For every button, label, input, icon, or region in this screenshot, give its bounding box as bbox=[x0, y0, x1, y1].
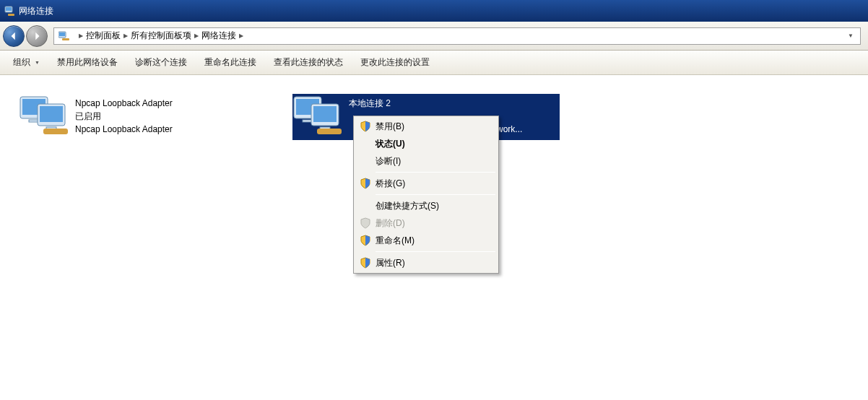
menu-label: 属性(R) bbox=[376, 257, 405, 269]
toolbar-label: 查看此连接的状态 bbox=[274, 56, 343, 69]
address-dropdown[interactable]: ▼ bbox=[844, 32, 857, 39]
command-bar: 组织 ▼ 禁用此网络设备 诊断这个连接 重命名此连接 查看此连接的状态 更改此连… bbox=[0, 51, 868, 75]
svg-rect-19 bbox=[317, 129, 342, 134]
svg-rect-10 bbox=[40, 106, 63, 122]
menu-label: 诊断(I) bbox=[376, 155, 401, 168]
svg-rect-17 bbox=[313, 106, 337, 122]
chevron-right-icon: ▶ bbox=[194, 32, 199, 39]
menu-separator bbox=[376, 172, 495, 173]
ctx-delete: 删除(D) bbox=[355, 214, 497, 232]
chevron-right-icon: ▶ bbox=[239, 32, 243, 39]
shield-icon bbox=[360, 257, 371, 269]
breadcrumb-arrow[interactable]: ▶ bbox=[74, 28, 84, 44]
ctx-rename[interactable]: 重命名(M) bbox=[355, 232, 497, 249]
svg-rect-12 bbox=[43, 129, 68, 134]
svg-rect-2 bbox=[8, 14, 14, 16]
content-pane[interactable]: Npcap Loopback Adapter 已启用 Npcap Loopbac… bbox=[0, 75, 868, 400]
breadcrumb-label: 控制面板 bbox=[86, 30, 121, 42]
connection-state: 已启用 bbox=[75, 110, 173, 123]
forward-button[interactable] bbox=[26, 25, 48, 47]
chevron-right-icon: ▶ bbox=[123, 32, 128, 39]
breadcrumb-all-items[interactable]: 所有控制面板项 ▶ bbox=[129, 28, 200, 44]
shield-icon bbox=[360, 235, 371, 246]
shield-icon bbox=[360, 121, 371, 132]
menu-label: 桥接(G) bbox=[376, 178, 405, 190]
diagnose-button[interactable]: 诊断这个连接 bbox=[128, 54, 194, 71]
navigation-bar: ▶ 控制面板 ▶ 所有控制面板项 ▶ 网络连接 ▶ ▼ bbox=[0, 22, 868, 51]
ctx-diagnose[interactable]: 诊断(I) bbox=[355, 152, 497, 170]
ctx-shortcut[interactable]: 创建快捷方式(S) bbox=[355, 197, 497, 214]
toolbar-label: 更改此连接的设置 bbox=[360, 56, 430, 69]
toolbar-label: 重命名此连接 bbox=[204, 56, 256, 69]
ctx-bridge[interactable]: 桥接(G) bbox=[355, 175, 497, 192]
toolbar-label: 诊断这个连接 bbox=[135, 56, 187, 69]
menu-separator bbox=[376, 194, 495, 195]
window-title: 网络连接 bbox=[19, 5, 53, 17]
menu-label: 状态(U) bbox=[376, 138, 405, 150]
toolbar-label: 禁用此网络设备 bbox=[57, 56, 118, 69]
breadcrumb-label: 所有控制面板项 bbox=[131, 30, 191, 42]
network-adapter-icon bbox=[19, 95, 71, 136]
menu-label: 重命名(M) bbox=[376, 235, 415, 247]
breadcrumb-network-connections[interactable]: 网络连接 ▶ bbox=[200, 28, 245, 44]
svg-rect-1 bbox=[6, 7, 12, 11]
change-settings-button[interactable]: 更改此连接的设置 bbox=[353, 54, 437, 71]
menu-label: 禁用(B) bbox=[376, 121, 404, 133]
connection-name: Npcap Loopback Adapter bbox=[75, 97, 173, 110]
svg-rect-4 bbox=[59, 32, 65, 36]
breadcrumb-label: 网络连接 bbox=[201, 30, 236, 42]
toolbar-label: 组织 bbox=[13, 56, 30, 69]
network-icon bbox=[4, 5, 16, 17]
organize-button[interactable]: 组织 ▼ bbox=[6, 54, 47, 71]
menu-separator bbox=[376, 251, 495, 252]
breadcrumb-control-panel[interactable]: 控制面板 ▶ bbox=[84, 28, 129, 44]
menu-label: 创建快捷方式(S) bbox=[376, 200, 439, 212]
connection-text: Npcap Loopback Adapter 已启用 Npcap Loopbac… bbox=[75, 94, 173, 140]
menu-label: 删除(D) bbox=[376, 217, 405, 230]
svg-rect-5 bbox=[62, 38, 69, 40]
network-adapter-icon bbox=[292, 95, 344, 136]
connection-device: Npcap Loopback Adapter bbox=[75, 123, 173, 136]
shield-disabled-icon bbox=[360, 217, 371, 229]
title-bar: 网络连接 bbox=[0, 0, 868, 22]
shield-icon bbox=[360, 178, 371, 189]
chevron-down-icon: ▼ bbox=[35, 60, 40, 65]
ctx-properties[interactable]: 属性(R) bbox=[355, 254, 497, 271]
connection-item[interactable]: Npcap Loopback Adapter 已启用 Npcap Loopbac… bbox=[19, 94, 286, 140]
network-icon bbox=[58, 30, 70, 42]
disable-device-button[interactable]: 禁用此网络设备 bbox=[50, 54, 125, 71]
ctx-status[interactable]: 状态(U) bbox=[355, 135, 497, 152]
context-menu: 禁用(B) 状态(U) 诊断(I) 桥接(G) 创建快捷方式(S) 删除(D) bbox=[353, 116, 499, 274]
view-status-button[interactable]: 查看此连接的状态 bbox=[266, 54, 350, 71]
ctx-disable[interactable]: 禁用(B) bbox=[355, 118, 497, 135]
address-bar[interactable]: ▶ 控制面板 ▶ 所有控制面板项 ▶ 网络连接 ▶ ▼ bbox=[53, 27, 861, 45]
back-button[interactable] bbox=[3, 25, 25, 47]
connection-name: 本地连接 2 bbox=[349, 97, 522, 110]
rename-button[interactable]: 重命名此连接 bbox=[197, 54, 264, 71]
